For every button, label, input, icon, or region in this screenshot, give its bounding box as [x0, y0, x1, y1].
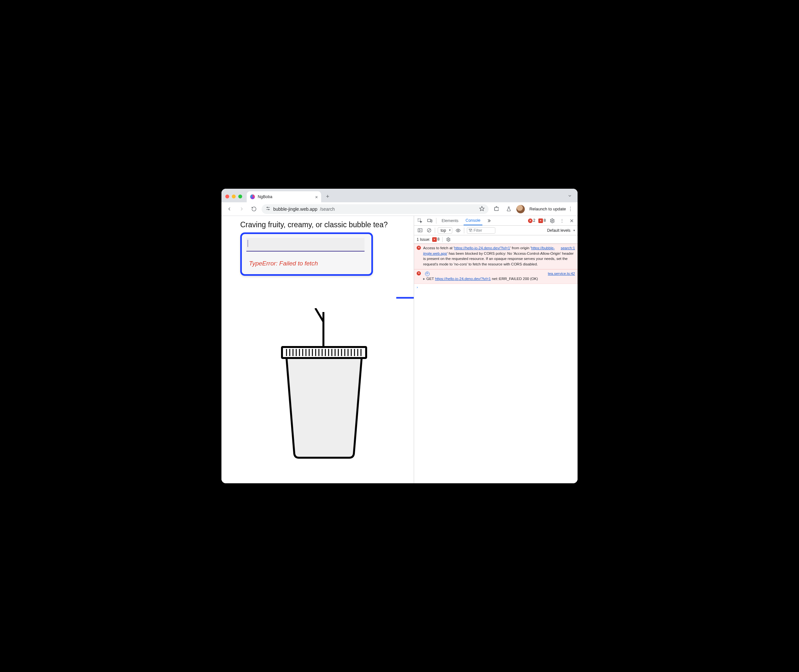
devtools-panel: Elements Console ✕2 ✕8 ⋮ top — [414, 216, 578, 483]
issues-settings-gear-icon[interactable] — [445, 236, 452, 243]
close-window-button[interactable] — [225, 195, 229, 198]
search-card: TypeError: Failed to fetch — [240, 232, 373, 276]
bookmark-star-icon[interactable] — [479, 206, 485, 212]
console-output: ✕ search:1 Access to fetch at 'https://h… — [414, 244, 578, 483]
console-error-entry[interactable]: ✕ tea.service.ts:42⟳ ▸GET https://hello-… — [414, 269, 578, 284]
kebab-menu-icon[interactable]: ⋮ — [568, 206, 573, 212]
tab-console[interactable]: Console — [464, 216, 482, 225]
reload-button[interactable] — [249, 205, 258, 214]
devtools-kebab-icon[interactable]: ⋮ — [559, 218, 565, 224]
device-toolbar-icon[interactable] — [426, 218, 433, 224]
window-controls — [225, 195, 242, 198]
source-link[interactable]: search:1 — [561, 245, 575, 251]
devtools-close-icon[interactable] — [568, 218, 575, 224]
tab-strip: NgBoba × + — [221, 189, 578, 202]
browser-tab[interactable]: NgBoba × — [247, 191, 321, 202]
profile-avatar[interactable] — [516, 205, 525, 213]
svg-point-2 — [267, 207, 268, 208]
live-expression-eye-icon[interactable] — [455, 227, 461, 234]
clear-console-icon[interactable] — [426, 227, 432, 234]
failed-request-link[interactable]: https://hello-io-24.deno.dev/?lvl=1 — [435, 277, 491, 281]
new-tab-button[interactable]: + — [323, 192, 332, 201]
browser-toolbar: bubble-jingle.web.app/search Relaunch to… — [221, 202, 578, 216]
forward-button[interactable] — [237, 205, 246, 214]
svg-line-8 — [315, 308, 323, 322]
issues-badge[interactable]: ✕8 — [432, 237, 440, 242]
error-icon: ✕ — [417, 246, 421, 250]
devtools-settings-gear-icon[interactable] — [549, 218, 556, 224]
filter-placeholder: Filter — [474, 228, 482, 233]
annotation-arrow-icon — [396, 290, 414, 306]
console-filter-input[interactable]: Filter — [467, 227, 496, 234]
svg-rect-40 — [418, 229, 422, 232]
svg-marker-4 — [480, 206, 484, 210]
error-icon: ✕ — [417, 271, 421, 275]
labs-flask-icon[interactable] — [504, 205, 513, 214]
tab-favicon — [250, 194, 255, 199]
svg-point-44 — [458, 230, 459, 231]
svg-rect-36 — [431, 220, 432, 222]
issues-bar: 1 Issue: ✕8 — [414, 235, 578, 244]
error-message: TypeError: Failed to fetch — [245, 251, 368, 269]
console-toolbar: top Filter Default levels — [414, 226, 578, 235]
error-count-badge[interactable]: ✕2 — [528, 218, 535, 223]
relaunch-label: Relaunch to update — [529, 206, 566, 211]
source-link[interactable]: tea.service.ts:42 — [548, 271, 575, 277]
page-heading: Craving fruity, creamy, or classic bubbl… — [240, 221, 408, 229]
svg-point-37 — [552, 220, 553, 221]
svg-point-46 — [448, 239, 449, 240]
console-sidebar-toggle-icon[interactable] — [417, 227, 423, 234]
cors-target-link[interactable]: https://hello-io-24.deno.dev/?lvl=1 — [454, 246, 510, 250]
url-host: bubble-jingle.web.app — [273, 206, 317, 212]
address-bar[interactable]: bubble-jingle.web.app/search — [262, 204, 488, 214]
tab-elements[interactable]: Elements — [440, 216, 460, 225]
maximize-window-button[interactable] — [238, 195, 242, 198]
disclosure-triangle-icon[interactable]: ▸ — [423, 277, 425, 281]
tab-close-icon[interactable]: × — [315, 194, 318, 200]
relaunch-button[interactable]: Relaunch to update ⋮ — [528, 206, 574, 212]
svg-line-43 — [428, 229, 430, 232]
url-path: /search — [320, 206, 335, 212]
text-caret — [248, 240, 248, 247]
cup-illustration — [240, 308, 408, 460]
svg-rect-35 — [428, 219, 431, 222]
context-selector[interactable]: top — [438, 227, 452, 234]
inspect-element-icon[interactable] — [417, 218, 423, 224]
search-input[interactable] — [247, 238, 365, 251]
svg-point-3 — [268, 209, 269, 210]
svg-rect-9 — [282, 347, 366, 358]
console-prompt[interactable]: › — [414, 284, 578, 290]
svg-marker-45 — [469, 229, 471, 231]
issues-label: 1 Issue: — [417, 237, 430, 242]
web-page: Craving fruity, creamy, or classic bubbl… — [221, 216, 414, 483]
console-error-entry[interactable]: ✕ search:1 Access to fetch at 'https://h… — [414, 244, 578, 269]
back-button[interactable] — [225, 205, 234, 214]
extensions-icon[interactable] — [492, 205, 501, 214]
window-menu-chevron-icon[interactable] — [567, 193, 573, 199]
site-settings-icon[interactable] — [266, 206, 271, 212]
log-levels-selector[interactable]: Default levels — [547, 228, 575, 233]
more-tabs-chevron-icon[interactable] — [486, 218, 492, 224]
tab-title: NgBoba — [258, 195, 272, 199]
devtools-tab-bar: Elements Console ✕2 ✕8 ⋮ — [414, 216, 578, 226]
browser-window: NgBoba × + bubble-jingle.web.app/search … — [221, 189, 578, 483]
retry-icon[interactable]: ⟳ — [425, 272, 430, 276]
minimize-window-button[interactable] — [232, 195, 236, 198]
content-area: Craving fruity, creamy, or classic bubbl… — [221, 216, 578, 483]
warning-count-badge[interactable]: ✕8 — [538, 218, 546, 223]
